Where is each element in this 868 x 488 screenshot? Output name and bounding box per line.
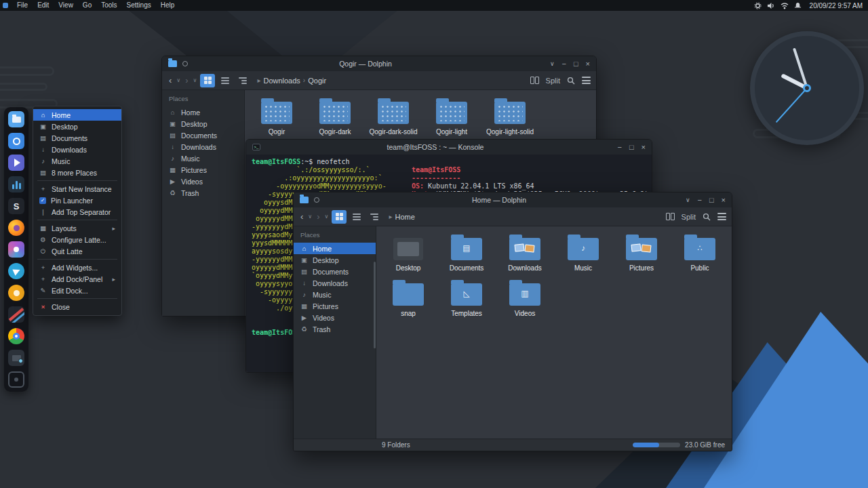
more-actions-button[interactable]: ∨: [686, 196, 690, 204]
back-button[interactable]: ‹: [299, 211, 304, 222]
maximize-button[interactable]: □: [574, 60, 578, 68]
place-trash[interactable]: ♻Trash: [294, 323, 376, 335]
menu-layouts[interactable]: ▦ Layouts ▸: [33, 222, 121, 234]
hamburger-menu-button[interactable]: [582, 77, 591, 84]
place-music[interactable]: ♪Music: [162, 152, 244, 164]
dock-system-monitor[interactable]: [7, 176, 25, 193]
breadcrumb-arrow[interactable]: ▸: [389, 213, 392, 220]
panel-clock[interactable]: 20/09/22 9:57 AM: [807, 2, 863, 9]
menu-tools[interactable]: Tools: [96, 0, 121, 11]
dock-app-store[interactable]: [7, 132, 25, 150]
place-downloads[interactable]: ↓Downloads: [294, 277, 376, 289]
qogir-titlebar[interactable]: Qogir — Dolphin ∨ − □ ×: [162, 56, 596, 71]
menu-go[interactable]: Go: [78, 0, 96, 11]
menu-pin-launcher[interactable]: ✓ Pin Launcher: [33, 195, 121, 206]
hamburger-menu-button[interactable]: [717, 213, 726, 220]
menu-more-places[interactable]: ▤ 8 more Places: [33, 167, 121, 178]
folder-item-pictures[interactable]: Pictures: [612, 233, 671, 272]
place-downloads[interactable]: ↓Downloads: [162, 141, 244, 152]
tree-view-button[interactable]: [367, 210, 382, 224]
folder-item-templates[interactable]: ◺ Templates: [437, 279, 496, 317]
menu-edit[interactable]: Edit: [33, 0, 54, 11]
place-trash[interactable]: ♻Trash: [162, 187, 244, 199]
dock-telegram[interactable]: [7, 262, 25, 280]
place-documents[interactable]: ▤Documents: [162, 129, 244, 141]
place-videos[interactable]: ▶Videos: [162, 176, 244, 187]
forward-history-caret[interactable]: ∨: [324, 214, 330, 220]
minimize-button[interactable]: −: [697, 196, 701, 204]
menu-configure-latte[interactable]: ⚙ Configure Latte...: [33, 234, 121, 245]
breadcrumb-arrow[interactable]: ▸: [257, 77, 260, 84]
split-button[interactable]: Split: [682, 213, 696, 221]
search-icon[interactable]: [567, 77, 575, 85]
place-home[interactable]: ⌂Home: [294, 243, 376, 254]
split-button[interactable]: Split: [546, 77, 560, 85]
close-button[interactable]: ×: [586, 60, 590, 68]
menu-place-downloads[interactable]: ↓ Downloads: [33, 144, 121, 155]
menu-place-home[interactable]: ⌂ Home: [33, 109, 121, 121]
folder-item-snap[interactable]: snap: [379, 279, 437, 317]
folder-item-qogir-dark-solid[interactable]: Qogir-dark-solid: [364, 97, 422, 136]
folder-item-qogir-light-solid[interactable]: Qogir-light-solid: [481, 97, 539, 136]
folder-item-videos[interactable]: ▥ Videos: [496, 279, 554, 317]
menu-file[interactable]: File: [12, 0, 33, 11]
search-icon[interactable]: [703, 213, 711, 221]
menu-edit-dock[interactable]: ✎ Edit Dock...: [33, 285, 121, 296]
place-pictures[interactable]: ▦Pictures: [162, 164, 244, 176]
place-documents[interactable]: ▤Documents: [294, 266, 376, 277]
dock-chrome[interactable]: [7, 327, 25, 345]
folder-item-documents[interactable]: ▤ Documents: [437, 233, 496, 272]
place-pictures[interactable]: ▦Pictures: [294, 300, 376, 312]
menu-view[interactable]: View: [54, 0, 78, 11]
folder-item-qogir-light[interactable]: Qogir-light: [422, 97, 481, 136]
menu-close[interactable]: × Close: [33, 301, 121, 312]
sidebar-scrollbar[interactable]: [374, 262, 376, 348]
dock-station[interactable]: S: [7, 197, 25, 215]
dock-firefox[interactable]: [7, 219, 25, 237]
tray-notifications[interactable]: [794, 2, 802, 9]
menu-settings[interactable]: Settings: [122, 0, 156, 11]
menu-place-documents[interactable]: ▤ Documents: [33, 132, 121, 144]
menu-add-dock-panel[interactable]: + Add Dock/Panel ▸: [33, 273, 121, 285]
folder-item-music[interactable]: ♪ Music: [554, 233, 612, 272]
konsole-titlebar[interactable]: >_ team@ItsFOSS : ~ — Konsole − □ ×: [246, 140, 652, 155]
dock-show-desktop[interactable]: [7, 371, 25, 388]
folder-item-downloads[interactable]: Downloads: [496, 233, 554, 272]
back-history-caret[interactable]: ∨: [176, 77, 181, 83]
dock-music-player[interactable]: [7, 284, 25, 302]
back-button[interactable]: ‹: [167, 75, 173, 85]
menu-quit-latte[interactable]: ⏻ Quit Latte: [33, 245, 121, 257]
place-home[interactable]: ⌂Home: [162, 106, 244, 118]
place-music[interactable]: ♪Music: [294, 289, 376, 300]
maximize-button[interactable]: □: [709, 196, 714, 204]
breadcrumb-qogir[interactable]: Qogir: [308, 77, 326, 85]
breadcrumb-home[interactable]: Home: [395, 213, 414, 221]
tree-view-button[interactable]: [235, 74, 250, 87]
forward-history-caret[interactable]: ∨: [193, 77, 198, 83]
back-history-caret[interactable]: ∨: [307, 214, 313, 220]
close-button[interactable]: ×: [722, 196, 726, 204]
dock-design-app[interactable]: [7, 241, 25, 258]
menu-place-music[interactable]: ♪ Music: [33, 155, 121, 167]
tray-volume[interactable]: [767, 2, 775, 9]
details-view-button[interactable]: [349, 210, 364, 224]
dock-file-manager[interactable]: [7, 110, 25, 128]
details-view-button[interactable]: [218, 74, 233, 87]
folder-item-public[interactable]: ∴ Public: [671, 233, 729, 272]
place-videos[interactable]: ▶Videos: [294, 312, 376, 323]
menu-start-new-instance[interactable]: + Start New Instance: [33, 183, 121, 195]
dock-screenshot-tool[interactable]: [7, 349, 25, 367]
place-desktop[interactable]: ▣Desktop: [294, 254, 376, 266]
menu-place-desktop[interactable]: ▣ Desktop: [33, 121, 121, 132]
icons-view-button[interactable]: [332, 210, 347, 224]
minimize-button[interactable]: −: [561, 60, 566, 68]
tray-settings[interactable]: [754, 2, 762, 9]
menu-add-widgets[interactable]: + Add Widgets...: [33, 262, 121, 273]
more-actions-button[interactable]: ∨: [550, 60, 555, 68]
tray-network[interactable]: [781, 2, 789, 9]
folder-item-qogir-dark[interactable]: Qogir-dark: [306, 97, 364, 136]
home-file-view[interactable]: Desktop ▤ Documents Downloads ♪ Music: [376, 226, 732, 439]
minimize-button[interactable]: −: [617, 143, 621, 151]
dock-media-player[interactable]: [7, 154, 25, 171]
folder-item-qogir[interactable]: Qogir: [248, 97, 306, 136]
